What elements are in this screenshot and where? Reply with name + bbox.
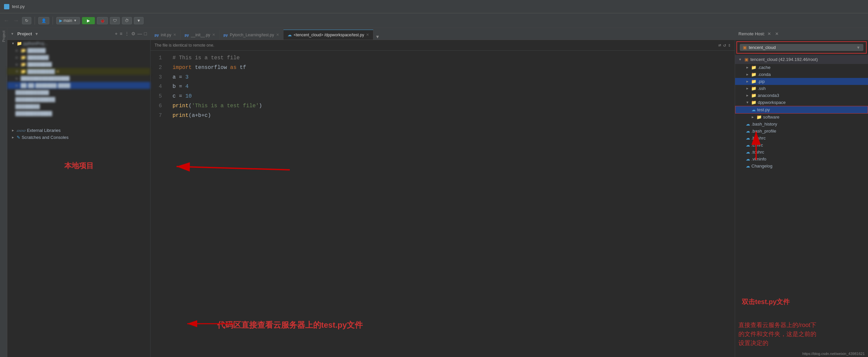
tree-item-6[interactable]: ► ██ ██ ███████ ████ — [7, 82, 150, 89]
remote-item-tcshrc[interactable]: ☁ .tcshrc — [735, 149, 868, 156]
remote-item-conda[interactable]: ► 📁 .conda — [735, 71, 868, 78]
anaconda-folder-icon: 📁 — [751, 93, 756, 98]
compare-icon[interactable]: ⇕ — [728, 42, 731, 48]
tree-item-3[interactable]: ► 📁 ████████ — [7, 61, 150, 68]
code-line-6: print('This is a test file') — [173, 101, 730, 111]
tree-item-8[interactable]: █████████████ — [7, 96, 150, 103]
code-line-2: import tensorflow as tf — [173, 63, 730, 73]
tree-item-4[interactable]: ▼ 📁 █████████ ★ — [7, 68, 150, 75]
tree-item-1[interactable]: ► 📁 ██████ — [7, 47, 150, 54]
locate-icon[interactable]: ⌖ — [115, 31, 118, 37]
tab-init-py[interactable]: py init.py ✕ — [151, 30, 181, 40]
viminfo-icon: ☁ — [746, 157, 750, 162]
tree-item-7[interactable]: ███████████ — [7, 89, 150, 96]
title-bar: test.py — [0, 0, 868, 13]
tab-dunder-init[interactable]: py __init__.py ✕ — [181, 30, 219, 40]
remote-host-dropdown[interactable]: ▣ tencent_cloud ▼ — [740, 44, 863, 51]
software-expand-icon: ► — [751, 115, 754, 119]
tree-item-2[interactable]: ► 📁 ███████ — [7, 54, 150, 61]
collapse-icon[interactable]: ≡ — [120, 31, 122, 37]
run-button[interactable]: ▶ — [82, 17, 95, 24]
ssh-folder-icon: 📁 — [751, 86, 756, 91]
remote-item-software[interactable]: ► 📁 software — [735, 113, 868, 121]
bash-profile-icon: ☁ — [746, 129, 750, 134]
settings-icon[interactable]: ⚙ — [131, 31, 135, 37]
cache-folder-icon: 📁 — [751, 65, 756, 70]
sync-button[interactable]: ↻ — [22, 17, 31, 24]
remote-item-bash-history[interactable]: ☁ .bash_history — [735, 121, 868, 128]
code-line-3: a = 3 — [173, 73, 730, 82]
debug-button[interactable]: 🐞 — [97, 17, 108, 24]
tab-close-3[interactable]: ✕ — [276, 33, 279, 37]
code-line-7: print(a+b+c) — [173, 111, 730, 121]
cache-expand-icon: ► — [746, 66, 749, 69]
remote-item-testpy[interactable]: ☁ test.py — [735, 106, 868, 113]
remote-header-close[interactable]: ✕ — [767, 31, 771, 36]
project-edge-label[interactable]: Project — [2, 31, 6, 42]
tab-icon-2: py — [185, 33, 189, 37]
item5-expand-icon: ► — [15, 76, 19, 80]
remote-item-ssh[interactable]: ► 📁 .ssh — [735, 85, 868, 92]
coverage-button[interactable]: 🛡 — [110, 17, 120, 24]
project-root[interactable]: ▼ 📁 pythonProj... — [7, 40, 150, 47]
remote-item-anaconda[interactable]: ► 📁 anaconda3 — [735, 92, 868, 99]
url-text: https://blog.csdn.net/weixin_43981621 — [735, 350, 868, 357]
remote-item-bashrc[interactable]: ☁ .bashrc — [735, 134, 868, 141]
nav-back-button[interactable]: ← — [3, 17, 10, 25]
host-expand-icon: ▼ — [738, 58, 742, 61]
item2-expand-icon: ► — [15, 56, 19, 59]
tab-tencent-test[interactable]: ☁ <tencent_cloud> /dppworkspace/test.py … — [283, 30, 373, 40]
sync-remote-icon[interactable]: ⇄ — [718, 42, 721, 48]
ext-lib-icon: ▱▱▱ — [17, 128, 26, 133]
tab-icon-1: py — [155, 33, 159, 37]
tab-icon-4: ☁ — [287, 32, 292, 37]
editor-area: py init.py ✕ py __init__.py ✕ py Pytorch… — [151, 28, 735, 357]
code-line-4: b = 4 — [173, 82, 730, 92]
profile-button[interactable]: 👤 — [38, 17, 49, 24]
more-button[interactable]: ▼ — [134, 17, 144, 24]
editor-toolbar-icons: ⇄ ↺ ⇕ — [718, 42, 731, 48]
tab-close-4[interactable]: ✕ — [366, 33, 369, 37]
project-panel: ▼ Project ▼ ⌖ ≡ ⋮ ⚙ — □ ▼ 📁 pythonProj..… — [7, 28, 151, 357]
item3-folder-icon: 📁 — [21, 62, 26, 67]
expand-icon[interactable]: □ — [144, 31, 147, 37]
remote-host-label: Remote Host: — [738, 31, 765, 36]
code-content[interactable]: # This is a test file import tensorflow … — [167, 53, 735, 354]
remote-item-viminfo[interactable]: ☁ .viminfo — [735, 156, 868, 163]
tree-item-10[interactable]: ████████████ — [7, 110, 150, 117]
tab-more-button[interactable]: ▼ — [373, 34, 381, 40]
tree-item-5[interactable]: ► ████████████████ — [7, 75, 150, 82]
root-expand-icon: ▼ — [11, 42, 14, 45]
testpy-annotation: 双击test.py文件 — [738, 294, 865, 309]
toolbar: ← → ↻ 👤 ▶ main ▼ ▶ 🐞 🛡 ⏱ ▼ — [0, 13, 868, 28]
minimize-icon[interactable]: — — [137, 31, 142, 37]
main-dropdown[interactable]: ▶ main ▼ — [56, 17, 80, 24]
filter-icon[interactable]: ⋮ — [125, 31, 129, 37]
tab-pytorch-test[interactable]: py Pytorch_Learning/test.py ✕ — [219, 30, 283, 40]
remote-item-pip[interactable]: ► 📁 .pip — [735, 78, 868, 85]
remote-item-changelog[interactable]: ☁ Changelog — [735, 163, 868, 169]
item2-folder-icon: 📁 — [21, 55, 26, 60]
tree-item-9[interactable]: ████████ — [7, 103, 150, 110]
tab-close-1[interactable]: ✕ — [173, 33, 176, 37]
remote-host-entry[interactable]: ▼ ▣ tencent_cloud (42.194.192.46/root) — [735, 55, 868, 64]
nav-forward-button[interactable]: → — [12, 17, 20, 25]
title-bar-text: test.py — [12, 4, 25, 9]
profile-run-button[interactable]: ⏱ — [122, 17, 132, 24]
app-icon — [4, 4, 9, 9]
code-area: 1 2 3 4 5 6 7 # This is a test file impo… — [151, 51, 735, 357]
undo-icon[interactable]: ↺ — [723, 42, 726, 48]
remote-item-dppworkspace[interactable]: ▼ 📁 dppworkspace — [735, 99, 868, 106]
item1-expand-icon: ► — [15, 48, 19, 52]
scratches-icon: ✎ — [17, 135, 20, 140]
edge-tab[interactable]: Project — [0, 28, 7, 357]
pip-folder-icon: 📁 — [751, 79, 756, 84]
remote-header-expand[interactable]: ✕ — [775, 31, 779, 36]
tab-close-2[interactable]: ✕ — [212, 33, 215, 37]
scratches-consoles-item[interactable]: ► ✎ Scratches and Consoles — [7, 134, 150, 141]
scratches-expand-icon: ► — [11, 135, 14, 139]
external-libraries-item[interactable]: ► ▱▱▱ External Libraries — [7, 127, 150, 134]
remote-item-cshrc[interactable]: ☁ .cshrc — [735, 141, 868, 149]
remote-item-bash-profile[interactable]: ☁ .bash_profile — [735, 128, 868, 134]
remote-item-cache[interactable]: ► 📁 .cache — [735, 64, 868, 71]
